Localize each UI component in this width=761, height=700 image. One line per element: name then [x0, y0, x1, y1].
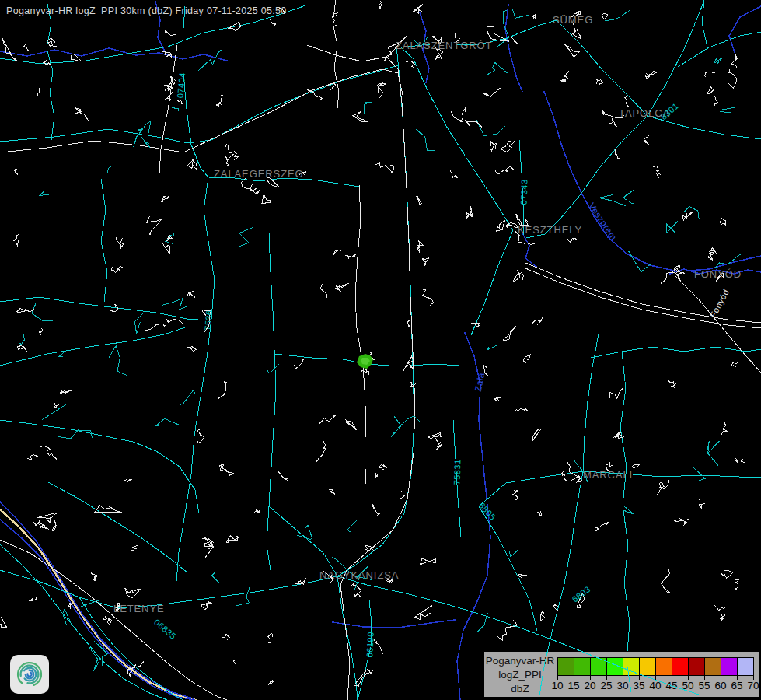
minor-road-line — [134, 313, 143, 334]
minor-road-line — [82, 600, 99, 607]
radar-title: Poganyvar-HR logZ_PPI 30km (dbZ) Friday … — [6, 5, 286, 16]
roads-cyan-line — [648, 0, 704, 116]
roads-cyan-line — [269, 506, 337, 576]
village-outline — [506, 222, 518, 228]
village-outline — [682, 212, 692, 220]
minor-road-line — [212, 572, 220, 583]
village-outline — [495, 166, 515, 174]
rivers-blue-line — [505, 5, 522, 92]
minor-road-line — [666, 221, 678, 233]
village-outline — [610, 118, 617, 127]
village-outline — [675, 518, 688, 525]
minor-road-line — [172, 107, 179, 111]
roads-cyan-line — [0, 65, 398, 143]
village-outline — [423, 257, 429, 265]
village-outline — [497, 221, 505, 231]
village-outline — [91, 573, 98, 581]
roads-white-line — [0, 69, 403, 152]
village-outline — [482, 88, 501, 97]
village-outline — [270, 19, 275, 26]
village-outline — [413, 5, 423, 14]
village-outline — [721, 218, 727, 226]
radar-echo — [357, 354, 373, 369]
village-outline — [321, 282, 327, 298]
village-outline — [162, 197, 169, 202]
minor-road-line — [109, 346, 127, 376]
village-outline — [646, 71, 657, 79]
roads-cyan-line — [267, 233, 276, 576]
minor-road-line — [162, 299, 187, 310]
village-outline — [720, 614, 724, 620]
village-outline — [262, 194, 271, 204]
village-outline — [372, 504, 379, 516]
village-outline — [710, 248, 717, 257]
village-outline — [420, 558, 436, 565]
village-outline — [714, 96, 718, 107]
road-number-label: 7536 — [203, 310, 214, 331]
village-outline — [188, 159, 197, 170]
minor-road-line — [267, 364, 279, 373]
minor-road-line — [606, 11, 630, 21]
village-outline — [103, 616, 111, 625]
rivers-blue — [0, 2, 761, 700]
village-outline — [330, 490, 335, 495]
roads-cyan-line — [0, 327, 187, 366]
village-outline — [615, 148, 620, 159]
village-outline — [400, 491, 405, 499]
village-outline — [562, 470, 567, 481]
minor-road-line — [714, 57, 723, 65]
village-outline — [216, 96, 222, 107]
village-outline — [568, 238, 578, 243]
village-outline — [60, 390, 72, 394]
village-outline — [461, 108, 470, 127]
roads-cyan — [0, 0, 761, 700]
water-name-label: Zala — [473, 372, 487, 392]
minor-road-line — [721, 107, 735, 112]
minor-road-line — [236, 585, 250, 606]
village-outline — [625, 97, 630, 107]
village-outline — [218, 382, 227, 399]
road-number-label: 07343 — [518, 179, 529, 205]
roads-white — [0, 0, 761, 700]
minor-road-line — [238, 228, 253, 247]
village-outline — [428, 433, 441, 439]
village-outline — [219, 464, 233, 475]
village-outline — [699, 499, 704, 509]
village-outline — [188, 347, 196, 352]
village-outline — [705, 72, 715, 77]
village-outline — [503, 327, 516, 341]
village-outline — [68, 603, 72, 607]
village-outline — [294, 359, 303, 369]
minor-road-line — [156, 418, 179, 425]
village-outline — [166, 319, 183, 324]
village-outline — [602, 13, 609, 19]
village-outline — [644, 135, 649, 144]
minor-road-line — [486, 62, 507, 75]
rivers-blue-line — [729, 6, 761, 54]
roads-cyan-line — [0, 420, 199, 513]
roads-cyan-line — [539, 334, 599, 700]
village-outline — [731, 56, 738, 68]
village-outline — [512, 37, 518, 44]
village-outline — [538, 512, 542, 516]
village-outline — [657, 480, 668, 495]
village-outline — [662, 569, 671, 593]
water-name-label: Veszprém — [587, 201, 619, 242]
village-outline — [417, 241, 423, 253]
village-outline — [415, 605, 432, 620]
village-outline — [187, 291, 195, 297]
village-outline — [16, 309, 34, 313]
village-outline — [2, 39, 19, 62]
village-outline — [735, 579, 738, 590]
village-outline — [365, 545, 373, 551]
village-outline — [403, 356, 413, 372]
roads-cyan-line — [183, 6, 208, 177]
roads-cyan-line — [557, 20, 648, 116]
village-outline — [131, 546, 138, 551]
roads-white-line — [355, 185, 366, 484]
minor-road-line — [693, 467, 705, 481]
village-outline — [497, 620, 517, 640]
roads-cyan-line — [48, 482, 187, 572]
village-outline — [116, 235, 123, 249]
roads-white-line — [333, 0, 339, 117]
